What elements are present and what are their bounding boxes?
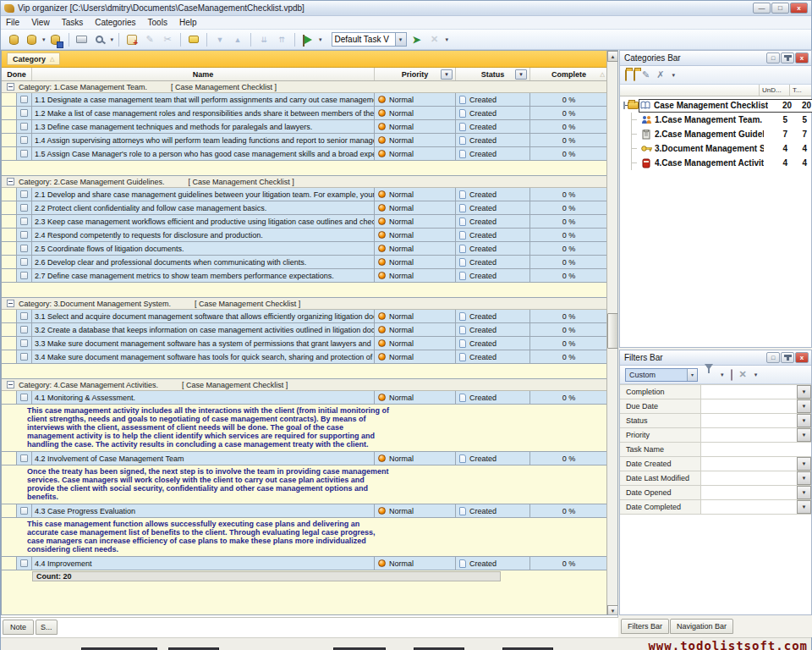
filter-value[interactable] (701, 414, 797, 427)
done-checkbox[interactable] (20, 258, 28, 266)
task-name[interactable]: 4.4 Improvement (32, 557, 375, 570)
task-priority-cell[interactable]: Normal (375, 229, 456, 241)
column-name[interactable]: Name (32, 68, 375, 80)
menu-file[interactable]: File (6, 18, 19, 27)
task-status-cell[interactable]: Created (456, 310, 530, 322)
task-status-cell[interactable]: Created (456, 134, 530, 146)
tree-root-row[interactable]: Case Management Checklist 20 20 (620, 98, 811, 113)
tree-item-team[interactable]: 1.Case Management Team. 5 5 (620, 113, 811, 127)
task-row[interactable]: 2.7 Define case management metrics to sh… (2, 269, 617, 283)
column-undone[interactable]: UnD... (759, 85, 789, 96)
column-priority[interactable]: Priority▼ (375, 68, 456, 80)
filter-dropdown-icon[interactable]: ▼ (797, 500, 811, 514)
task-name[interactable]: 2.3 Keep case management workflows effic… (32, 215, 375, 228)
done-checkbox[interactable] (20, 150, 28, 157)
done-checkbox[interactable] (20, 245, 28, 252)
task-row[interactable]: 2.1 Develop and share case management gu… (2, 188, 617, 201)
erase-filter-icon[interactable] (731, 370, 732, 380)
filter-preset-dropdown-icon[interactable]: ▾ (687, 369, 697, 381)
task-priority-cell[interactable]: Normal (375, 188, 456, 201)
view-dropdown-icon[interactable]: ▾ (319, 36, 322, 43)
task-status-cell[interactable]: Created (456, 452, 530, 465)
task-priority-cell[interactable]: Normal (375, 337, 456, 350)
print-icon[interactable] (74, 32, 90, 47)
task-row[interactable]: 3.1 Select and acquire document manageme… (2, 310, 617, 323)
column-total[interactable]: T... (789, 85, 811, 96)
task-name[interactable]: 3.4 Make sure document management softwa… (32, 350, 375, 363)
task-status-cell[interactable]: Created (456, 557, 530, 570)
task-row[interactable]: 1.3 Define case management techniques an… (2, 120, 617, 134)
menu-help[interactable]: Help (179, 18, 197, 27)
task-priority-cell[interactable]: Normal (375, 391, 456, 404)
task-row[interactable]: 1.1 Designate a case management team tha… (2, 93, 617, 107)
done-checkbox[interactable] (20, 339, 28, 347)
done-checkbox[interactable] (20, 218, 28, 225)
task-priority-cell[interactable]: Normal (375, 269, 456, 282)
task-priority-cell[interactable]: Normal (375, 504, 456, 517)
task-name[interactable]: 1.1 Designate a case management team tha… (32, 93, 375, 106)
filter-dropdown-icon[interactable]: ▼ (797, 457, 811, 471)
categories-restore-icon[interactable]: □ (766, 52, 780, 63)
maximize-button[interactable]: □ (771, 3, 789, 14)
task-row[interactable]: 1.5 Assign Case Manager's role to a pers… (2, 147, 617, 161)
task-name[interactable]: 1.4 Assign supervising attorneys who wil… (32, 134, 375, 146)
task-status-cell[interactable]: Created (456, 107, 530, 119)
done-checkbox[interactable] (20, 204, 28, 212)
done-checkbox[interactable] (20, 109, 28, 117)
task-row[interactable]: 3.4 Make sure document management softwa… (2, 350, 617, 364)
task-row[interactable]: 2.3 Keep case management workflows effic… (2, 215, 617, 229)
collapse-icon[interactable] (7, 300, 14, 307)
done-checkbox[interactable] (20, 559, 28, 567)
filter-dropdown-icon[interactable]: ▼ (797, 471, 811, 485)
toolbar-overflow-icon[interactable]: ▾ (446, 36, 449, 43)
task-status-cell[interactable]: Created (456, 120, 530, 133)
filter-dropdown-icon[interactable]: ▾ (721, 372, 724, 378)
filter-value[interactable] (701, 399, 797, 413)
task-status-cell[interactable]: Created (456, 188, 530, 201)
task-priority-cell[interactable]: Normal (375, 93, 456, 106)
task-priority-cell[interactable]: Normal (375, 323, 456, 336)
task-status-cell[interactable]: Created (456, 256, 530, 268)
task-status-cell[interactable]: Created (456, 337, 530, 350)
task-name[interactable]: 4.2 Involvement of Case Management Team (32, 452, 375, 465)
category-group-header[interactable]: Category: 3.Document Management System. … (2, 298, 617, 310)
filter-value[interactable] (701, 457, 797, 471)
filter-dropdown-icon[interactable]: ▼ (797, 486, 811, 499)
filter-value[interactable] (701, 486, 797, 499)
filter-preset-combobox[interactable]: Custom ▾ (625, 368, 698, 382)
menu-tools[interactable]: Tools (148, 18, 167, 27)
task-name[interactable]: 2.7 Define case management metrics to sh… (32, 269, 375, 282)
group-by-category-button[interactable]: Category △ (7, 52, 60, 65)
delete-category-icon[interactable]: ✗ (656, 69, 664, 80)
task-status-cell[interactable]: Created (456, 201, 530, 214)
task-status-cell[interactable]: Created (456, 93, 530, 106)
task-priority-cell[interactable]: Normal (375, 147, 456, 160)
task-row[interactable]: 3.2 Create a database that keeps informa… (2, 323, 617, 337)
category-group-header[interactable]: Category: 2.Case Management Guidelines. … (2, 176, 617, 188)
print-preview-icon[interactable] (92, 32, 107, 47)
close-button[interactable]: x (790, 3, 808, 14)
collapse-icon[interactable] (7, 178, 14, 185)
save-database-icon[interactable] (48, 32, 63, 47)
task-status-cell[interactable]: Created (456, 229, 530, 241)
task-row[interactable]: 3.3 Make sure document management softwa… (2, 337, 617, 350)
menu-view[interactable]: View (31, 18, 50, 27)
open-database-icon[interactable] (24, 32, 39, 47)
done-checkbox[interactable] (20, 507, 28, 515)
task-row[interactable]: 4.1 Monitoring & Assessment. Normal Crea… (2, 391, 617, 405)
task-status-cell[interactable]: Created (456, 215, 530, 228)
done-checkbox[interactable] (20, 190, 28, 198)
task-status-cell[interactable]: Created (456, 323, 530, 336)
task-name[interactable]: 2.6 Develop clear and professional docum… (32, 256, 375, 268)
task-priority-cell[interactable]: Normal (375, 242, 456, 255)
collapse-icon[interactable] (7, 381, 14, 388)
task-name[interactable]: 2.5 Coordinate flows of litigation docum… (32, 242, 375, 255)
column-done[interactable]: Done (2, 68, 32, 80)
minimize-button[interactable]: — (753, 3, 771, 14)
menu-tasks[interactable]: Tasks (62, 18, 84, 27)
task-name[interactable]: 1.3 Define case management techniques an… (32, 120, 375, 133)
categories-pin-icon[interactable] (781, 52, 794, 63)
view-flag-icon[interactable] (300, 32, 315, 47)
task-view-dropdown-icon[interactable]: ▾ (395, 33, 406, 46)
filter-value[interactable] (701, 443, 811, 456)
